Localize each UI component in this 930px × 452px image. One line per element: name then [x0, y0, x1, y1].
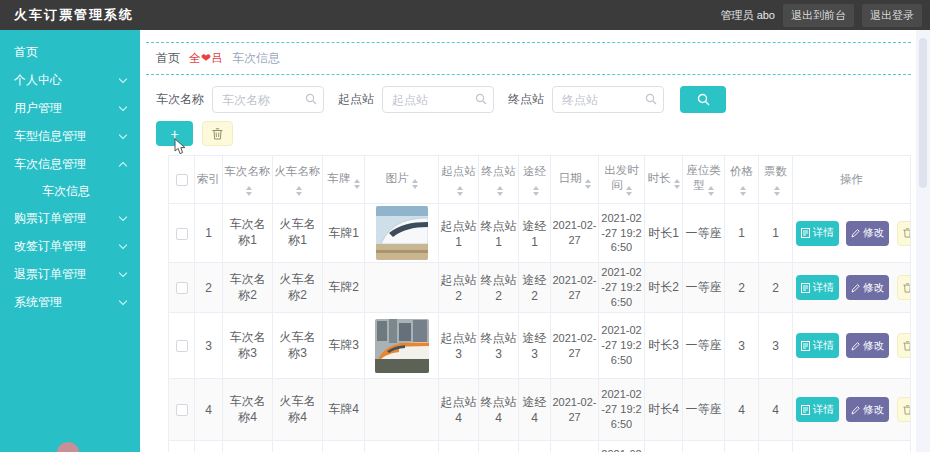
sidebar-item-label: 退票订单管理: [14, 266, 86, 283]
table-row: 1 车次名称1 火车名称1 车牌1 起点站1: [169, 204, 911, 263]
orange-train-photo: [375, 319, 429, 373]
edit-button[interactable]: 修改: [846, 333, 889, 358]
sidebar-item-refund-order-management[interactable]: 退票订单管理: [0, 260, 140, 288]
chevron-down-icon: [119, 240, 127, 248]
detail-button[interactable]: 详情: [796, 275, 839, 300]
col-plate: 车牌: [323, 156, 365, 204]
sort-icon[interactable]: [246, 186, 252, 196]
sort-icon[interactable]: [457, 186, 463, 196]
top-header: 火车订票管理系统 管理员 abo 退出到前台 退出登录: [0, 0, 930, 30]
sidebar-item-label: 车型信息管理: [14, 128, 86, 145]
delete-button[interactable]: 删除: [897, 221, 911, 246]
sidebar-item-label: 车次信息管理: [14, 156, 86, 173]
pencil-icon: [851, 283, 860, 293]
sort-icon[interactable]: [533, 186, 539, 196]
edit-button[interactable]: 修改: [846, 397, 889, 422]
row-checkbox[interactable]: [176, 282, 188, 294]
origin-station-input-wrap: [382, 86, 494, 113]
origin-station-label: 起点站: [338, 91, 374, 108]
sort-icon[interactable]: [774, 186, 780, 196]
table-row: 5 车次名称5 火车名称5 车牌5 起点站5 终点站5 途经5 2021-02-…: [169, 441, 911, 452]
topbar-right: 管理员 abo 退出到前台 退出登录: [721, 4, 922, 27]
scrollbar-thumb[interactable]: [919, 38, 927, 188]
sort-icon[interactable]: [585, 179, 591, 189]
sidebar-item-label: 个人中心: [14, 72, 62, 89]
exit-to-front-button[interactable]: 退出到前台: [783, 4, 854, 27]
sidebar-item-personal-center[interactable]: 个人中心: [0, 66, 140, 94]
pencil-icon: [851, 341, 860, 351]
table-row: 4 车次名称4 火车名称4 车牌4 起点站4 终点站4 途经4 2021-02-…: [169, 379, 911, 441]
detail-button[interactable]: 详情: [796, 221, 839, 246]
sidebar-item-ticket-order-management[interactable]: 购票订单管理: [0, 204, 140, 232]
add-button[interactable]: +: [156, 121, 193, 146]
train-number-input-wrap: [212, 86, 324, 113]
document-icon: [801, 283, 810, 293]
sidebar-item-user-management[interactable]: 用户管理: [0, 94, 140, 122]
sidebar-subitem-train-info[interactable]: 车次信息: [0, 178, 140, 204]
trash-icon: [212, 128, 223, 140]
sidebar-item-system-management[interactable]: 系统管理: [0, 288, 140, 316]
sort-icon[interactable]: [626, 186, 632, 196]
white-bullet-train-photo: [376, 206, 428, 260]
edit-button[interactable]: 修改: [846, 275, 889, 300]
table-row: 3 车次名称3 火车名称3 车牌3: [169, 313, 911, 379]
row-checkbox[interactable]: [176, 404, 188, 416]
row-checkbox[interactable]: [176, 228, 188, 240]
sidebar-item-rebooking-order-management[interactable]: 改签订单管理: [0, 232, 140, 260]
main-content: 首页 全❤吕 车次信息 车次名称 起点站 终点站: [140, 30, 916, 452]
trash-icon: [903, 405, 911, 415]
chevron-down-icon: [119, 212, 127, 220]
row-checkbox[interactable]: [176, 340, 188, 352]
sort-icon[interactable]: [412, 179, 418, 189]
sidebar-item-label: 用户管理: [14, 100, 62, 117]
delete-button[interactable]: 删除: [897, 333, 911, 358]
col-destination: 终点站: [479, 156, 519, 204]
chevron-down-icon: [119, 268, 127, 276]
col-tickets: 票数: [759, 156, 793, 204]
batch-delete-button[interactable]: [202, 121, 233, 146]
destination-station-label: 终点站: [508, 91, 544, 108]
col-price: 价格: [725, 156, 759, 204]
col-via: 途经: [519, 156, 551, 204]
delete-button[interactable]: 删除: [897, 275, 911, 300]
document-icon: [801, 405, 810, 415]
breadcrumb: 首页 全❤吕 车次信息: [146, 42, 911, 75]
breadcrumb-home[interactable]: 首页: [156, 50, 180, 67]
pencil-icon: [851, 228, 860, 238]
col-image: 图片: [365, 156, 439, 204]
edit-button[interactable]: 修改: [846, 221, 889, 246]
train-info-table: 索引 车次名称 火车名称 车牌 图片 起点站 终点站 途经 日期 出发时间 时长…: [168, 155, 911, 452]
sort-icon[interactable]: [296, 186, 302, 196]
col-origin: 起点站: [439, 156, 479, 204]
page-scrollbar[interactable]: [916, 30, 930, 452]
breadcrumb-current: 车次信息: [232, 50, 280, 67]
sidebar-item-label: 购票订单管理: [14, 210, 86, 227]
search-icon: [475, 93, 487, 105]
pencil-icon: [851, 405, 860, 415]
sort-icon[interactable]: [497, 186, 503, 196]
app-window: 火车订票管理系统 管理员 abo 退出到前台 退出登录 首页 个人中心 用户管理…: [0, 0, 930, 452]
decorative-dot: [57, 442, 79, 452]
col-depart-time: 出发时间: [599, 156, 645, 204]
document-icon: [801, 341, 810, 351]
sort-icon[interactable]: [740, 186, 746, 196]
sidebar-item-train-info-management[interactable]: 车次信息管理: [0, 150, 140, 178]
search-bar: 车次名称 起点站 终点站: [156, 86, 916, 113]
chevron-up-icon: [119, 161, 127, 169]
select-all-checkbox[interactable]: [176, 174, 188, 186]
detail-button[interactable]: 详情: [796, 333, 839, 358]
logout-button[interactable]: 退出登录: [862, 4, 922, 27]
sort-icon[interactable]: [708, 186, 714, 196]
delete-button[interactable]: 删除: [897, 397, 911, 422]
sidebar-nav: 首页 个人中心 用户管理 车型信息管理 车次信息管理 车次信息 购票订单管理 改…: [0, 30, 140, 452]
table-toolbar: +: [156, 121, 916, 146]
search-icon: [697, 93, 710, 106]
sort-icon[interactable]: [674, 179, 680, 189]
sidebar-item-label: 首页: [14, 44, 38, 61]
detail-button[interactable]: 详情: [796, 397, 839, 422]
sidebar-item-home[interactable]: 首页: [0, 38, 140, 66]
search-button[interactable]: [680, 86, 726, 113]
sidebar-item-train-model-management[interactable]: 车型信息管理: [0, 122, 140, 150]
sort-icon[interactable]: [354, 179, 360, 189]
sidebar-item-label: 改签订单管理: [14, 238, 86, 255]
